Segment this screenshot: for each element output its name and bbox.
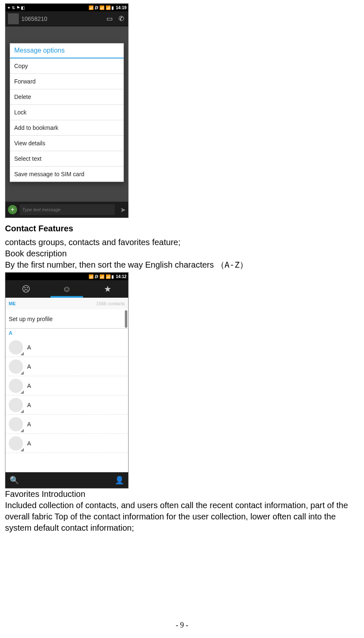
- scrollbar-thumb[interactable]: [125, 310, 127, 328]
- menu-item-add-bookmark[interactable]: Add to bookmark: [10, 120, 124, 136]
- contact-row[interactable]: A: [5, 357, 128, 376]
- contacts-bottom-bar: 🔍 👤: [5, 472, 128, 488]
- menu-item-save-sim[interactable]: Save message to SIM card: [10, 167, 124, 182]
- page-number: - 9 -: [0, 621, 364, 630]
- add-contact-icon[interactable]: 👤: [115, 476, 124, 485]
- tab-contacts[interactable]: ☺: [46, 280, 87, 298]
- phone-icon[interactable]: ✆: [116, 15, 126, 23]
- status-clock: 14:12: [116, 274, 126, 279]
- contact-name: A: [27, 382, 31, 389]
- scrollbar[interactable]: [125, 310, 127, 471]
- section-header-a: A: [5, 329, 128, 338]
- contact-row[interactable]: A: [5, 338, 128, 357]
- status-left-icons: ✦ ⇅ ⚑ ◧: [7, 5, 25, 10]
- avatar-icon: [9, 379, 23, 393]
- groups-icon: ☹: [22, 284, 30, 294]
- contact-name: A: [27, 440, 31, 447]
- me-label: ME: [9, 301, 16, 306]
- status-clock: 14:19: [116, 5, 126, 10]
- contacts-count: 1566 contacts: [96, 301, 125, 306]
- contact-row[interactable]: A: [5, 434, 128, 453]
- add-attachment-icon[interactable]: +: [8, 205, 17, 214]
- person-icon: ☺: [63, 284, 71, 294]
- status-right-icons: 📶 ⅅ 📶 📶 ▮: [88, 5, 114, 10]
- contact-number[interactable]: 10658210: [21, 15, 102, 22]
- avatar-icon: [9, 340, 23, 354]
- avatar-icon: [9, 360, 23, 374]
- avatar-icon: [9, 398, 23, 412]
- send-icon[interactable]: ➤: [117, 206, 126, 214]
- profile-row[interactable]: Set up my profile: [5, 309, 128, 329]
- message-input[interactable]: Type text message: [20, 204, 115, 215]
- favorites-intro-body: Included collection of contacts, and use…: [5, 500, 359, 534]
- body-line-2: Book description: [5, 248, 359, 259]
- contact-name: A: [27, 421, 31, 428]
- contact-row[interactable]: A: [5, 415, 128, 434]
- menu-item-lock[interactable]: Lock: [10, 105, 124, 120]
- contacts-tabs: ☹ ☺ ★: [5, 280, 128, 298]
- tab-groups[interactable]: ☹: [5, 280, 46, 298]
- avatar-icon: [9, 436, 23, 451]
- menu-item-view-details[interactable]: View details: [10, 136, 124, 151]
- contact-name: A: [27, 363, 31, 370]
- contact-name: A: [27, 402, 31, 408]
- menu-item-forward[interactable]: Forward: [10, 74, 124, 89]
- contact-name: A: [27, 344, 31, 351]
- contact-card-icon[interactable]: ▭: [105, 15, 114, 23]
- message-options-menu: Message options Copy Forward Delete Lock…: [10, 43, 124, 182]
- favorites-intro-heading: Favorites Introduction: [5, 489, 359, 500]
- menu-item-delete[interactable]: Delete: [10, 89, 124, 105]
- screenshot-contacts-list: 📶 ⅅ 📶 📶 ▮ 14:12 ☹ ☺ ★ ME 1566 contacts S…: [5, 272, 129, 489]
- profile-label: Set up my profile: [9, 316, 53, 322]
- body-line-3a: By the first number, then sort the way E…: [5, 260, 216, 269]
- contact-row[interactable]: A: [5, 376, 128, 395]
- contact-features-heading: Contact Features: [5, 224, 359, 233]
- status-bar: 📶 ⅅ 📶 📶 ▮ 14:12: [5, 273, 128, 280]
- message-composer: + Type text message ➤: [5, 202, 128, 218]
- status-right-icons: 📶 ⅅ 📶 📶 ▮: [88, 274, 114, 279]
- menu-title: Message options: [10, 43, 124, 58]
- avatar-icon: [9, 417, 23, 431]
- contact-row[interactable]: A: [5, 395, 128, 415]
- body-line-1: contacts groups, contacts and favorites …: [5, 237, 359, 248]
- contacts-subheader: ME 1566 contacts: [5, 298, 128, 309]
- tab-favorites[interactable]: ★: [87, 280, 128, 298]
- contact-photo-icon[interactable]: [8, 13, 19, 24]
- search-icon[interactable]: 🔍: [10, 476, 19, 485]
- status-bar: ✦ ⇅ ⚑ ◧ 📶 ⅅ 📶 📶 ▮ 14:19: [5, 4, 128, 11]
- conversation-header: 10658210 ▭ ✆: [5, 11, 128, 26]
- star-icon: ★: [104, 284, 111, 294]
- menu-item-select-text[interactable]: Select text: [10, 151, 124, 167]
- menu-item-copy[interactable]: Copy: [10, 58, 124, 74]
- body-line-3: By the first number, then sort the way E…: [5, 259, 359, 271]
- az-label: （A-Z）: [216, 260, 248, 270]
- screenshot-message-options: ✦ ⇅ ⚑ ◧ 📶 ⅅ 📶 📶 ▮ 14:19 10658210 ▭ ✆ Mes…: [5, 3, 129, 218]
